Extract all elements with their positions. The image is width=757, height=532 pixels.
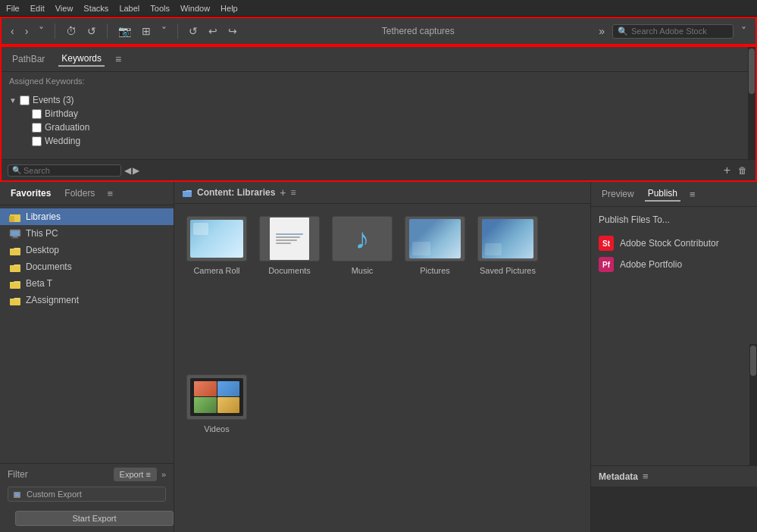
wedding-label: Wedding (45, 136, 80, 146)
metadata-body (591, 487, 757, 532)
refresh-button[interactable]: ↺ (186, 23, 201, 39)
birthday-checkbox[interactable] (32, 109, 42, 119)
custom-export-row: Custom Export (0, 485, 174, 505)
tree-wedding-item[interactable]: Wedding (32, 134, 748, 148)
keywords-nav-buttons: ◀ ▶ (124, 165, 139, 176)
export-label: Export (120, 470, 144, 479)
thumb-pictures (405, 216, 465, 261)
metadata-menu-icon[interactable]: ≡ (643, 471, 649, 482)
tree-birthday-item[interactable]: Birthday (32, 107, 748, 120)
tab-preview[interactable]: Preview (599, 187, 637, 201)
right-menu-icon[interactable]: ≡ (690, 189, 696, 200)
export-more-button[interactable]: » (161, 470, 166, 479)
svg-rect-6 (11, 237, 19, 238)
right-scrollbar[interactable] (749, 344, 757, 466)
content-add-button[interactable]: + (280, 186, 286, 199)
search-icon-small: 🔍 (12, 166, 21, 174)
toolbar-separator-2 (107, 23, 108, 39)
right-panel: Preview Publish ≡ Publish Files To... St… (590, 182, 757, 532)
content-menu-icon[interactable]: ≡ (291, 187, 296, 198)
right-panel-scroll-area (591, 344, 757, 466)
grid-item-videos[interactable]: Videos (186, 374, 247, 521)
menu-view[interactable]: View (55, 4, 74, 13)
wedding-checkbox[interactable] (32, 136, 42, 146)
grid-label-camera-roll: Camera Roll (193, 266, 239, 275)
keywords-search-input[interactable] (23, 166, 107, 175)
grid-label-documents: Documents (268, 266, 311, 275)
menu-bar: File Edit View Stacks Label Tools Window… (0, 0, 757, 17)
grid-button[interactable]: ⊞ (139, 23, 154, 39)
tab-folders[interactable]: Folders (61, 186, 98, 200)
keyword-nav-next[interactable]: ▶ (133, 165, 139, 176)
publish-item-stock[interactable]: St Adobe Stock Contributor (599, 233, 749, 254)
search-input[interactable] (631, 27, 715, 36)
sidebar-item-libraries[interactable]: Libraries (0, 208, 174, 225)
tree-events-item[interactable]: ▼ Events (3) (9, 93, 748, 107)
sidebar-item-zassignment[interactable]: ZAssignment (0, 292, 174, 308)
keywords-menu-icon[interactable]: ≡ (115, 53, 121, 65)
custom-export-item[interactable]: Custom Export (8, 487, 166, 502)
grid-item-pictures[interactable]: Pictures (405, 216, 465, 362)
video-cell-4 (217, 397, 240, 413)
forward-button[interactable]: › (22, 23, 32, 39)
thumb-camera-roll (186, 216, 247, 261)
menu-edit[interactable]: Edit (30, 4, 45, 13)
graduation-checkbox[interactable] (32, 123, 42, 133)
sidebar-item-documents[interactable]: Documents (0, 258, 174, 275)
sidebar-item-this-pc[interactable]: This PC (0, 225, 174, 242)
export-button[interactable]: Export ≡ (114, 468, 157, 481)
keyword-nav-prev[interactable]: ◀ (124, 165, 131, 176)
tree-collapse-icon[interactable]: ▼ (9, 96, 17, 105)
menu-label[interactable]: Label (119, 4, 139, 13)
zassignment-folder-icon (9, 296, 21, 305)
undo-button[interactable]: ↩ (205, 23, 221, 39)
keywords-scrollbar[interactable] (748, 47, 755, 159)
left-panel-body: Libraries This PC Desktop (0, 205, 174, 463)
menu-stacks[interactable]: Stacks (83, 4, 108, 13)
search-dropdown-button[interactable]: ˅ (738, 23, 749, 39)
tab-publish[interactable]: Publish (645, 186, 680, 202)
keywords-scrollbar-thumb (749, 49, 755, 94)
sidebar-item-beta-t[interactable]: Beta T (0, 275, 174, 292)
keyword-delete-button[interactable]: 🗑 (736, 165, 749, 176)
svg-rect-12 (15, 493, 19, 496)
custom-export-label: Custom Export (27, 490, 82, 499)
grid-item-saved-pictures[interactable]: Saved Pictures (477, 216, 538, 362)
stock-label: Adobe Stock Contributor (620, 238, 719, 249)
betat-folder-icon (9, 279, 21, 289)
menu-window[interactable]: Window (180, 4, 210, 13)
left-panel-footer: Filter Export ≡ » Custom Export (0, 463, 174, 532)
right-panel-header: Preview Publish ≡ (591, 182, 757, 207)
menu-file[interactable]: File (6, 4, 20, 13)
grid-item-camera-roll[interactable]: Camera Roll (186, 216, 247, 362)
more-button[interactable]: » (596, 23, 608, 39)
keywords-assigned-label: Assigned Keywords: (2, 72, 755, 90)
tab-pathbar[interactable]: PathBar (9, 52, 48, 66)
tab-keywords[interactable]: Keywords (58, 52, 105, 67)
menu-tools[interactable]: Tools (150, 4, 170, 13)
portfolio-badge: Pf (599, 257, 614, 272)
start-export-button[interactable]: Start Export (15, 511, 174, 526)
tab-favorites[interactable]: Favorites (8, 186, 54, 200)
grid-item-documents[interactable]: Documents (259, 216, 320, 362)
keyword-add-button[interactable]: + (721, 164, 733, 177)
dropdown2-button[interactable]: ˅ (158, 23, 170, 39)
grid-item-music[interactable]: ♪ Music (332, 216, 393, 362)
back-button[interactable]: ‹ (8, 23, 17, 39)
dropdown-button[interactable]: ˅ (36, 23, 47, 39)
redo-button[interactable]: ↪ (225, 23, 240, 39)
keywords-panel: PathBar Keywords ≡ Assigned Keywords: ▼ … (0, 45, 757, 182)
tree-graduation-item[interactable]: Graduation (32, 120, 748, 134)
menu-help[interactable]: Help (221, 4, 238, 13)
publish-item-portfolio[interactable]: Pf Adobe Portfolio (599, 254, 749, 275)
camera-button[interactable]: 📷 (115, 23, 134, 39)
capture-button[interactable]: ⏱ (63, 23, 80, 39)
favorites-menu-icon[interactable]: ≡ (107, 188, 113, 199)
events-checkbox[interactable] (20, 95, 30, 105)
export-icon (13, 490, 23, 499)
sidebar-item-desktop[interactable]: Desktop (0, 242, 174, 258)
sidebar-label-documents: Documents (26, 261, 72, 272)
rotate-left-button[interactable]: ↺ (84, 23, 99, 39)
svg-rect-1 (10, 214, 14, 216)
events-label: Events (3) (33, 95, 74, 105)
